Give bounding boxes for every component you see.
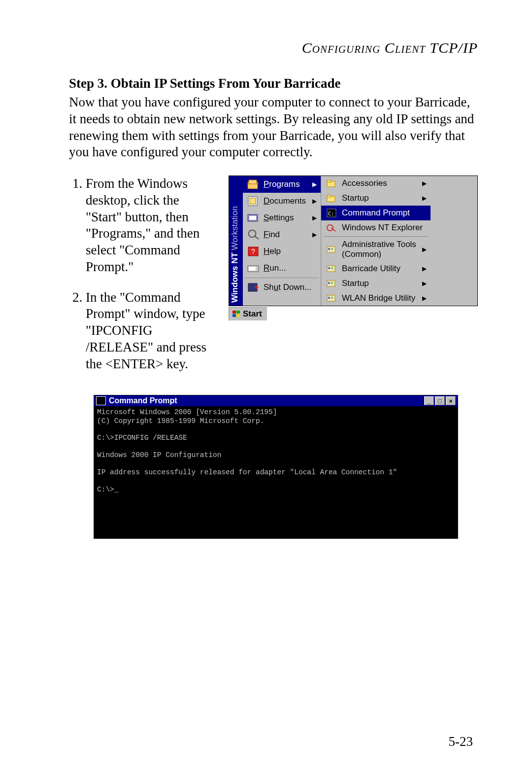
svg-rect-30 bbox=[331, 282, 333, 284]
command-prompt-titlebar: Command Prompt _ □ × bbox=[94, 395, 458, 406]
document-page: Configuring Client TCP/IP Step 3. Obtain… bbox=[0, 0, 532, 774]
programs-item-administrative-tools-common[interactable]: Administrative Tools (Common)▶ bbox=[321, 238, 431, 261]
menu-separator bbox=[245, 278, 319, 278]
sidebar-bold-text: Windows NT bbox=[230, 252, 239, 303]
settings-icon bbox=[247, 212, 260, 223]
page-number: 5-23 bbox=[449, 734, 473, 749]
windows-logo-icon bbox=[232, 310, 241, 318]
command-prompt-title: Command Prompt bbox=[109, 396, 423, 405]
group-icon bbox=[325, 244, 338, 255]
start-button-label: Start bbox=[243, 309, 262, 319]
menu-item-label: Command Prompt bbox=[342, 208, 427, 218]
step-item-1: From the Windows desktop, click the "Sta… bbox=[86, 176, 217, 276]
programs-item-startup[interactable]: Startup▶ bbox=[321, 191, 431, 206]
sidebar-light-text: Workstation bbox=[230, 206, 239, 252]
maximize-button[interactable]: □ bbox=[435, 396, 445, 405]
run-icon bbox=[247, 263, 260, 274]
minimize-button[interactable]: _ bbox=[424, 396, 434, 405]
step-heading: Step 3. Obtain IP Settings From Your Bar… bbox=[69, 76, 478, 91]
start-menu-right-column: Accessories▶Startup▶C:Command PromptWind… bbox=[321, 176, 431, 306]
menu-item-label: Programs bbox=[264, 179, 308, 189]
submenu-arrow-icon: ▶ bbox=[312, 181, 317, 188]
close-button[interactable]: × bbox=[446, 396, 456, 405]
shutdown-icon bbox=[247, 282, 260, 293]
svg-rect-3 bbox=[250, 198, 256, 204]
submenu-arrow-icon: ▶ bbox=[312, 214, 317, 221]
programs-item-windows-nt-explorer[interactable]: Windows NT Explorer bbox=[321, 220, 431, 235]
folder-icon bbox=[325, 178, 338, 189]
svg-rect-34 bbox=[233, 311, 236, 314]
start-menu-figure: Windows NT Workstation Programs▶Document… bbox=[229, 176, 478, 321]
cmd-icon: C: bbox=[325, 208, 338, 218]
programs-item-startup[interactable]: Startup▶ bbox=[321, 276, 431, 291]
menu-item-label: Settings bbox=[264, 213, 308, 223]
menu-item-label: Help bbox=[264, 246, 317, 256]
menu-item-label: WLAN Bridge Utility bbox=[342, 293, 418, 303]
start-button[interactable]: Start bbox=[229, 307, 267, 321]
menu-item-label: Administrative Tools (Common) bbox=[342, 240, 418, 259]
menu-separator bbox=[323, 236, 429, 237]
svg-text:C:: C: bbox=[328, 211, 334, 216]
start-menu-item-shut-down[interactable]: Shut Down... bbox=[243, 279, 321, 296]
svg-rect-24 bbox=[331, 248, 333, 250]
help-icon: ? bbox=[247, 246, 260, 257]
svg-rect-27 bbox=[331, 267, 333, 269]
svg-rect-32 bbox=[328, 297, 330, 299]
svg-rect-1 bbox=[249, 180, 257, 184]
menu-item-label: Shut Down... bbox=[264, 282, 317, 292]
command-prompt-body: Microsoft Windows 2000 [Version 5.00.219… bbox=[94, 406, 458, 538]
svg-rect-36 bbox=[233, 314, 236, 317]
start-menu-item-settings[interactable]: Settings▶ bbox=[243, 210, 321, 226]
svg-rect-33 bbox=[331, 297, 333, 299]
programs-item-wlan-bridge-utility[interactable]: WLAN Bridge Utility▶ bbox=[321, 291, 431, 306]
svg-rect-35 bbox=[236, 311, 240, 314]
programs-item-accessories[interactable]: Accessories▶ bbox=[321, 176, 431, 191]
submenu-arrow-icon: ▶ bbox=[422, 180, 427, 187]
start-menu-item-help[interactable]: ?Help bbox=[243, 243, 321, 260]
svg-rect-29 bbox=[328, 282, 330, 284]
submenu-arrow-icon: ▶ bbox=[312, 231, 317, 238]
ordered-list-column: From the Windows desktop, click the "Sta… bbox=[69, 176, 217, 386]
steps-list: From the Windows desktop, click the "Sta… bbox=[69, 176, 217, 372]
start-menu-item-programs[interactable]: Programs▶ bbox=[243, 176, 321, 193]
start-menu-left-column: Programs▶Documents▶Settings▶Find▶?HelpRu… bbox=[243, 176, 321, 306]
svg-rect-5 bbox=[249, 216, 256, 220]
documents-icon bbox=[247, 196, 260, 207]
step-item-2: In the "Command Prompt" window, type "IP… bbox=[86, 289, 217, 373]
start-menu-item-documents[interactable]: Documents▶ bbox=[243, 193, 321, 210]
svg-rect-17 bbox=[327, 195, 331, 197]
start-menu-item-find[interactable]: Find▶ bbox=[243, 226, 321, 243]
svg-rect-11 bbox=[249, 267, 256, 271]
menu-item-label: Documents bbox=[264, 196, 308, 206]
content-row: From the Windows desktop, click the "Sta… bbox=[69, 176, 478, 386]
page-header: Configuring Client TCP/IP bbox=[69, 39, 478, 56]
group-icon bbox=[325, 278, 338, 289]
menu-item-label: Startup bbox=[342, 279, 418, 288]
programs-item-barricade-utility[interactable]: Barricade Utility▶ bbox=[321, 261, 431, 276]
find-icon bbox=[247, 229, 260, 240]
svg-text:?: ? bbox=[251, 247, 255, 255]
submenu-arrow-icon: ▶ bbox=[312, 198, 317, 205]
submenu-arrow-icon: ▶ bbox=[422, 195, 427, 202]
start-menu-sidebar: Windows NT Workstation bbox=[229, 176, 243, 306]
svg-point-13 bbox=[255, 286, 258, 289]
command-prompt-window: Command Prompt _ □ × Microsoft Windows 2… bbox=[94, 395, 458, 539]
intro-paragraph: Now that you have configured your comput… bbox=[69, 94, 478, 161]
explorer-icon bbox=[325, 222, 338, 233]
svg-line-7 bbox=[254, 236, 259, 239]
svg-rect-26 bbox=[328, 267, 330, 269]
svg-rect-23 bbox=[328, 248, 330, 250]
svg-rect-37 bbox=[236, 314, 240, 317]
submenu-arrow-icon: ▶ bbox=[422, 280, 427, 287]
menu-item-label: Barricade Utility bbox=[342, 264, 418, 274]
menu-item-label: Windows NT Explorer bbox=[342, 223, 427, 233]
start-menu-body: Windows NT Workstation Programs▶Document… bbox=[229, 176, 478, 306]
menu-item-label: Startup bbox=[342, 193, 418, 203]
start-menu-item-run[interactable]: Run... bbox=[243, 260, 321, 277]
folder-icon bbox=[325, 193, 338, 204]
group-icon bbox=[325, 293, 338, 304]
programs-icon bbox=[247, 179, 260, 190]
programs-item-command-prompt[interactable]: C:Command Prompt bbox=[321, 206, 431, 220]
menu-item-label: Run... bbox=[264, 263, 317, 273]
menu-item-label: Find bbox=[264, 230, 308, 240]
